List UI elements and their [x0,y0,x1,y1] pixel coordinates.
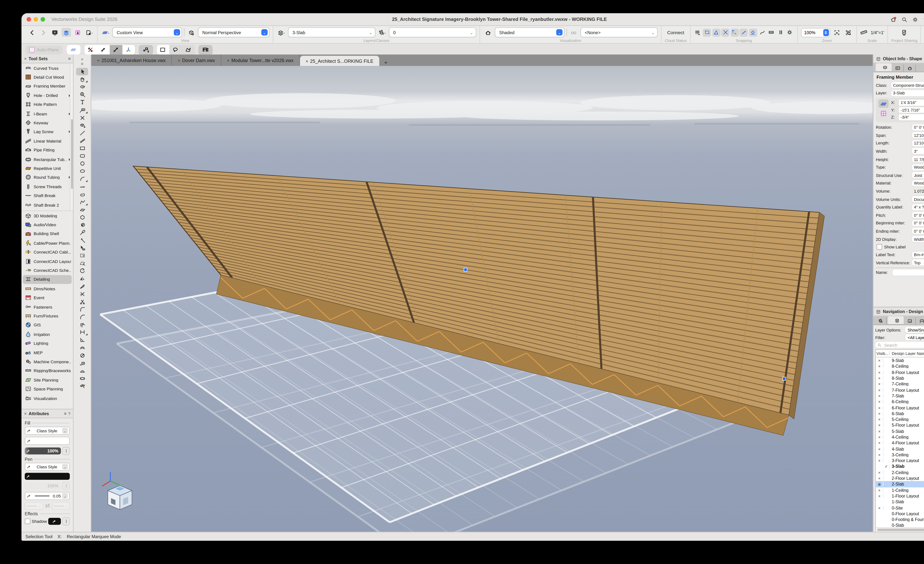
palette-tool-button[interactable] [76,106,88,114]
axis-mode[interactable] [122,45,135,54]
data-visualization-select[interactable]: <None>⌄ [580,27,658,37]
x-field[interactable]: 1'4 3/16" [898,100,924,106]
object-info-field[interactable]: 0° 0' 0" [912,124,924,130]
tool-item[interactable]: Hole Pattern [22,100,73,109]
palette-tool-button[interactable] [76,244,88,252]
new-tab-button[interactable]: + [379,60,393,66]
tool-set-category[interactable]: Lighting [22,339,73,348]
menu-icon[interactable]: ≡ [81,62,83,65]
close-icon[interactable]: × [81,57,83,61]
palette-tool-button[interactable] [76,183,88,191]
multi-point-move-mode[interactable] [110,45,122,54]
line-weight-select[interactable]: 0.05⌄ [25,492,70,500]
tool-list-scrollbar[interactable] [70,63,73,210]
snap-toggle-button[interactable] [749,28,757,37]
visibility-cell[interactable]: × [876,411,884,416]
minimize-window-button[interactable] [34,17,38,21]
palette-tool-button[interactable] [76,114,88,121]
back-button[interactable] [27,28,37,37]
render-teapot-icon[interactable] [483,28,493,37]
visibility-cell[interactable]: × [876,399,884,404]
tool-set-category[interactable]: Rigging/Braceworks [22,366,73,375]
object-info-field[interactable]: 11 7/8" [912,156,924,162]
tool-item[interactable]: I-Beam ▶ [22,109,73,118]
tool-item[interactable]: Shaft Break [22,191,73,200]
scale-ruler-icon[interactable] [860,28,867,36]
show-label-checkbox[interactable] [876,244,882,250]
visibility-cell[interactable]: × [876,382,884,386]
tool-set-category[interactable]: ConnectCAD Cabl... [22,247,73,256]
layer-row[interactable]: × 7-Floor Layout 38 7-Story [876,387,924,393]
tool-item[interactable]: Hole - Drilled ▶ [22,91,73,100]
palette-tool-button[interactable] [76,282,88,290]
z-field[interactable]: -3/4" [898,114,924,120]
palette-tool-button[interactable] [76,91,88,99]
palette-tool-button[interactable] [76,344,88,352]
unlink-markers-icon[interactable] [44,503,51,509]
tool-set-category[interactable]: GIS [22,320,73,330]
layer-row[interactable]: × 5-Slab 45 5-Story [876,428,924,434]
palette-tool-button[interactable] [76,236,88,244]
palette-tool-button[interactable] [76,374,88,382]
layer-row[interactable]: × 6-Floor Layout 41 6-Story [876,405,924,410]
palette-tool-button[interactable] [76,313,88,321]
layer-row[interactable]: × 5-Floor Layout 44 5-Story [876,422,924,428]
palette-tool-button[interactable] [76,275,88,283]
palette-tool-button[interactable] [76,290,88,298]
tool-item[interactable]: Pipe Fitting [22,145,73,154]
tool-set-category[interactable]: Visualization [22,393,73,402]
visibility-cell[interactable]: × [876,405,884,410]
tool-set-category[interactable]: ConnectCAD Layout [22,257,73,266]
palette-tool-button[interactable] [76,221,88,229]
stack-planes-button[interactable] [62,28,71,37]
palette-tool-button[interactable] [76,321,88,329]
fit-page-button[interactable] [843,28,853,37]
auto-plane-checkbox[interactable] [29,47,35,52]
palette-tool-button[interactable] [76,160,88,168]
layer-scale-value[interactable]: 1/4"=1' [871,30,884,34]
palette-tool-button[interactable] [76,99,88,106]
fill-opacity-bar[interactable]: 100% [25,447,61,455]
projection-icon[interactable] [186,28,196,37]
tool-set-category[interactable]: Dims/Notes [22,284,73,293]
tab-classes[interactable] [875,317,886,325]
palette-tool-button[interactable] [76,252,88,259]
object-info-field[interactable]: Document Vol Units [912,196,924,202]
saved-view-select[interactable]: Custom View⌄ [112,27,182,37]
help-icon[interactable]: ? [68,411,70,416]
tool-set-category[interactable]: Fasteners [22,302,73,311]
palette-tool-button[interactable] [76,129,88,137]
layer-row[interactable]: 0-Floor Layout 59 0-Story [876,511,924,516]
project-sharing-button[interactable] [900,28,909,37]
visibility-cell[interactable]: × [876,387,884,392]
drawing-viewport[interactable] [91,66,873,533]
layer-row[interactable]: × 4-Slab 48 4-Story [876,446,924,452]
layers-horizontal-scrollbar[interactable] [876,527,924,532]
layer-row[interactable]: 1-Slab 57 1-Story [876,499,924,505]
palette-tool-button[interactable] [76,68,88,76]
layer-row[interactable]: 0-Footing & Foundati... 60 0-Story [876,516,924,522]
palette-tool-button[interactable] [76,298,88,305]
layer-options-select[interactable]: Show/Snap Others [905,326,924,333]
label-text-field[interactable]: Bm-# [912,251,924,257]
auto-plane-toggle[interactable]: Auto-Plane [26,45,63,54]
visibility-cell[interactable]: × [876,435,884,439]
tool-item[interactable]: Repetitive Unit [22,164,73,173]
layer-row[interactable]: × 5-Ceiling 43 5-Story [876,416,924,422]
snap-toggle-button[interactable] [721,28,730,37]
layer-search-input[interactable] [883,342,924,348]
layer-row[interactable]: × 8-Floor Layout 35 8-Story [876,369,924,375]
snap-toggle-button[interactable] [786,28,794,37]
chevron-down-icon[interactable] [923,17,924,22]
palette-tool-button[interactable] [76,267,88,275]
zoom-level-field[interactable]: 100% [801,27,830,37]
object-info-field[interactable]: Wood [912,180,924,186]
snap-toggle-button[interactable] [712,28,720,37]
tool-item[interactable]: Linear Material [22,136,73,145]
layer-row[interactable]: × 3-Floor Layout 50 3-Story [876,458,924,464]
document-tab[interactable]: × Dover Dam.vwx [172,54,221,66]
layer-search[interactable] [875,342,924,348]
tool-item[interactable]: Curved Truss [22,63,73,72]
tool-set-category[interactable]: Space Planning [22,384,73,393]
visibility-cell[interactable]: ◉ [876,482,884,486]
